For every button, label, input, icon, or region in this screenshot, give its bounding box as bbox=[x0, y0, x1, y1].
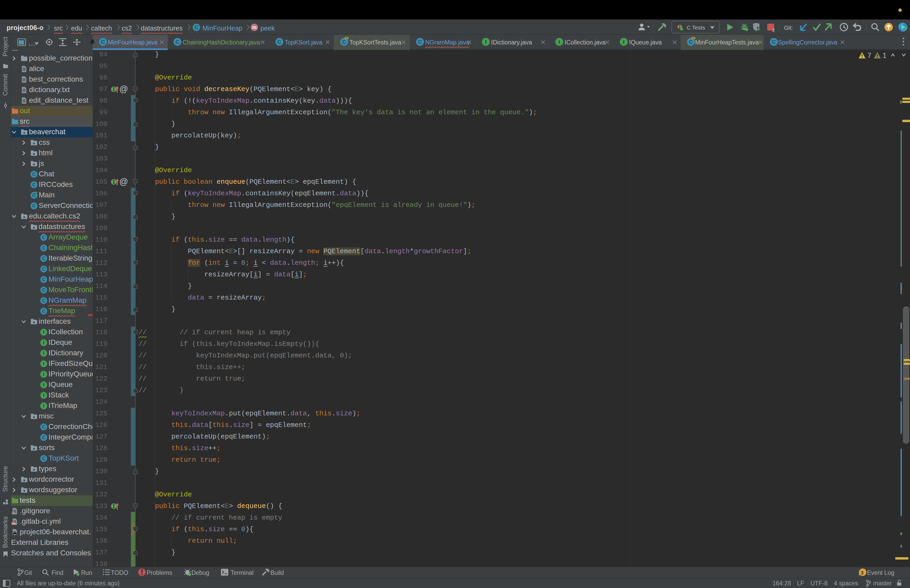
svg-text:YML: YML bbox=[12, 522, 16, 525]
